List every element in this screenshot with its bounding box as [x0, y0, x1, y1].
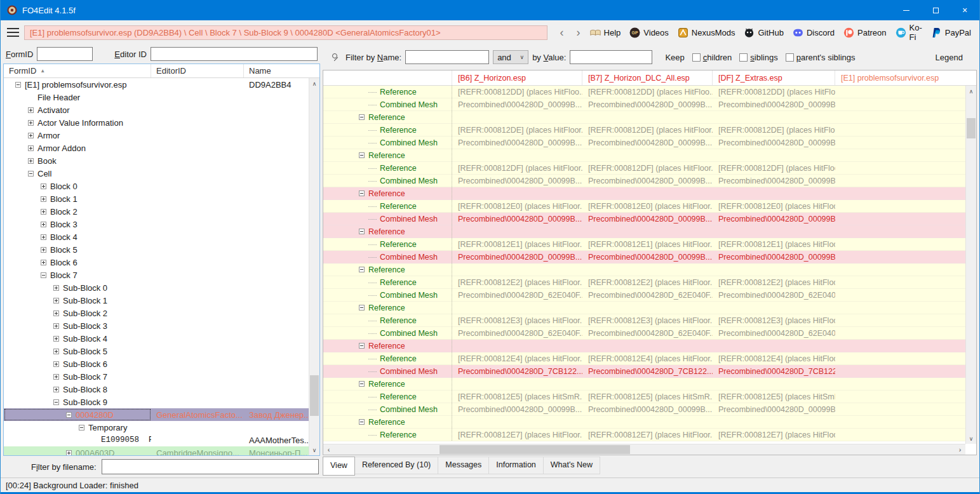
grid-expander-icon[interactable] — [359, 229, 365, 234]
tab-view[interactable]: View — [323, 457, 355, 476]
tree-expander-icon[interactable] — [53, 387, 59, 392]
grid-row[interactable]: Combined Mesh Precombined\0004280D_62E04… — [323, 327, 965, 340]
tree-expander-icon[interactable] — [53, 285, 59, 291]
grid-row[interactable]: Reference [REFR:000812E3] (places HitFlo… — [323, 314, 965, 327]
tree-row[interactable]: Sub-Block 2 — [4, 307, 309, 319]
parents-siblings-checkbox[interactable] — [786, 53, 794, 62]
grid-vertical-scrollbar[interactable]: ∧ ∨ — [965, 86, 976, 444]
tree-expander-icon[interactable] — [53, 310, 59, 316]
tree-scrollbar[interactable]: ∧ ∨ — [309, 78, 319, 455]
nexusmods-link[interactable]: NexusMods — [675, 26, 739, 39]
breadcrumb[interactable]: [E1] problemsofsurvivor.esp (DD9A2BB4) \… — [24, 25, 547, 40]
tree-row[interactable]: Sub-Block 6 — [4, 357, 309, 370]
filename-filter-input[interactable] — [102, 459, 319, 474]
forward-button[interactable]: › — [570, 27, 587, 38]
tree-row[interactable]: Block 1 — [4, 192, 309, 205]
grid-column-e1[interactable]: [E1] problemsofsurvivor.esp — [835, 70, 965, 85]
tree-row[interactable]: Block 2 — [4, 205, 309, 218]
tree-row[interactable]: E1099058 Placed Object AAAMotherTes... — [4, 434, 309, 446]
grid-row[interactable]: Combined Mesh Precombined\0004280D_00099… — [323, 403, 965, 416]
tree-expander-icon[interactable] — [41, 184, 46, 189]
tree-row[interactable]: Armor — [4, 129, 309, 142]
grid-vscrollbar-thumb[interactable] — [967, 118, 976, 138]
grid-expander-icon[interactable] — [359, 114, 365, 120]
grid-row[interactable]: Reference [REFR:000812DE] (places HitFlo… — [323, 124, 965, 137]
grid-column-df[interactable]: [DF] Z_Extras.esp — [713, 70, 835, 85]
tree-row[interactable]: 000A603D CambridgeMonsigno... Монсиньор-… — [4, 446, 309, 455]
tree-row[interactable]: Cell — [4, 167, 309, 180]
tree-expander-icon[interactable] — [66, 450, 72, 456]
grid-expander-icon[interactable] — [359, 419, 365, 425]
tree-expander-icon[interactable] — [53, 361, 59, 367]
grid-horizontal-scrollbar[interactable]: ‹ › — [323, 444, 965, 455]
grid-row[interactable]: Reference — [323, 378, 965, 391]
grid-expander-icon[interactable] — [359, 267, 365, 272]
tree-expander-icon[interactable] — [41, 196, 46, 202]
grid-expander-icon[interactable] — [359, 190, 365, 196]
tree-column-editorid[interactable]: EditorID — [151, 64, 244, 77]
tab-whats-new[interactable]: What's New — [543, 457, 600, 474]
grid-column-b7[interactable]: [B7] Z_Horizon_DLC_All.esp — [582, 70, 713, 85]
scroll-down-icon[interactable]: ∨ — [966, 433, 976, 444]
grid-row[interactable]: Combined Mesh Precombined\0004280D_00099… — [323, 137, 965, 149]
tree-row[interactable]: Sub-Block 3 — [4, 319, 309, 332]
menu-icon[interactable] — [7, 28, 19, 37]
github-link[interactable]: GitHub — [741, 26, 786, 39]
formid-input[interactable] — [37, 47, 93, 61]
editorid-input[interactable] — [151, 47, 318, 61]
minimize-button[interactable] — [892, 0, 921, 20]
legend-link[interactable]: Legend — [936, 53, 963, 62]
grid-row[interactable]: Reference — [323, 187, 965, 200]
grid-row[interactable]: Combined Mesh Precombined\0004280D_00099… — [323, 98, 965, 111]
children-checkbox[interactable] — [692, 53, 701, 62]
tree-expander-icon[interactable] — [28, 145, 34, 151]
grid-row[interactable]: Reference [REFR:000812E1] (places HitFlo… — [323, 238, 965, 251]
tree-row[interactable]: Block 5 — [4, 243, 309, 256]
tree-row[interactable]: Actor Value Information — [4, 116, 309, 129]
keep-siblings-option[interactable]: siblings — [739, 53, 777, 62]
tree-row[interactable]: Sub-Block 0 — [4, 281, 309, 294]
tree-row[interactable]: File Header — [4, 91, 309, 103]
maximize-button[interactable] — [921, 0, 950, 20]
tree-expander-icon[interactable] — [53, 399, 59, 405]
tree-column-name[interactable]: Name — [244, 64, 319, 77]
grid-column-b6[interactable]: [B6] Z_Horizon.esp — [452, 70, 582, 85]
tree-row[interactable]: Block 6 — [4, 256, 309, 269]
tree-expander-icon[interactable] — [41, 247, 46, 253]
scroll-up-icon[interactable]: ∧ — [966, 86, 976, 97]
scroll-down-icon[interactable]: ∨ — [309, 444, 319, 455]
grid-row[interactable]: Combined Mesh Precombined\0004280D_62E04… — [323, 289, 965, 302]
help-link[interactable]: Help — [587, 26, 624, 39]
filter-name-input[interactable] — [405, 50, 489, 64]
tree-expander-icon[interactable] — [53, 336, 59, 342]
videos-link[interactable]: GP Videos — [626, 26, 672, 39]
grid-row[interactable]: Reference [REFR:000812E7] (places HitFlo… — [323, 429, 965, 441]
tree-expander-icon[interactable] — [28, 171, 34, 177]
tree-column-formid[interactable]: FormID — [4, 64, 151, 77]
tree-row[interactable]: Block 7 — [4, 269, 309, 281]
tree-expander-icon[interactable] — [53, 298, 59, 304]
grid-row[interactable]: Reference — [323, 416, 965, 429]
grid-row[interactable]: Reference [REFR:000812E4] (places HitFlo… — [323, 352, 965, 365]
grid-row[interactable]: Combined Mesh Precombined\0004280D_7CB12… — [323, 365, 965, 378]
grid-row[interactable]: Reference [REFR:000812E5] (places HitSmR… — [323, 391, 965, 403]
grid-hscrollbar-thumb[interactable] — [440, 445, 630, 454]
tree-expander-icon[interactable] — [15, 82, 21, 88]
grid-row[interactable]: Reference [REFR:000812DF] (places HitFlo… — [323, 162, 965, 175]
tree-scrollbar-thumb[interactable] — [310, 375, 319, 416]
grid-row[interactable]: Combined Mesh Precombined\0004280D_00099… — [323, 175, 965, 187]
grid-row[interactable]: Combined Mesh Precombined\0004280D_00099… — [323, 213, 965, 225]
pin-icon[interactable] — [329, 53, 338, 62]
grid-expander-icon[interactable] — [359, 152, 365, 158]
tab-information[interactable]: Information — [488, 457, 544, 474]
tree-expander-icon[interactable] — [41, 260, 46, 265]
tree-expander-icon[interactable] — [41, 222, 46, 227]
scroll-right-icon[interactable]: › — [955, 444, 965, 455]
tree-expander-icon[interactable] — [41, 272, 46, 278]
grid-row[interactable]: Reference [REFR:000812E2] (places HitFlo… — [323, 276, 965, 289]
tree-row[interactable]: Armor Addon — [4, 142, 309, 154]
tree-row[interactable]: Temporary — [4, 421, 309, 434]
tab-referenced-by[interactable]: Referenced By (10) — [354, 457, 438, 474]
tree-row[interactable]: Sub-Block 7 — [4, 370, 309, 383]
tree-row[interactable]: 0004280D GeneralAtomicsFacto... Завод Дж… — [4, 408, 309, 421]
